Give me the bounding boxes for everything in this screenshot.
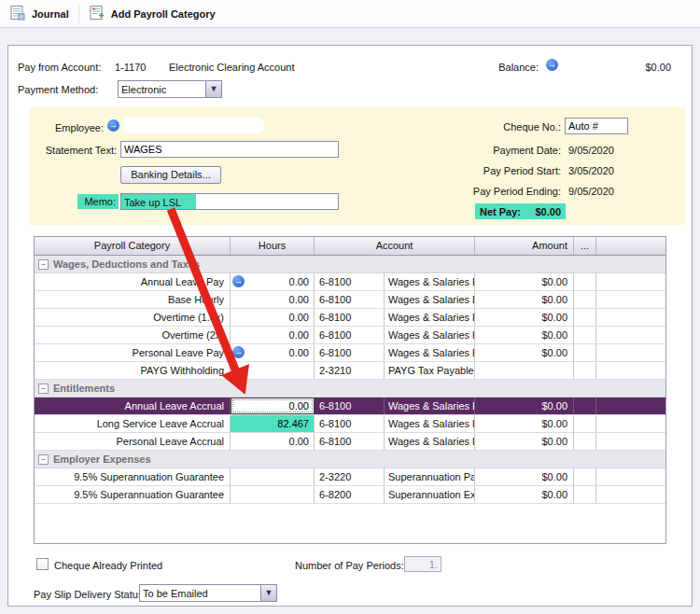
memo-input[interactable]: Take up LSL (120, 193, 339, 210)
account-number-cell: 6-8100 (315, 273, 385, 290)
pay-period-start-label: Pay Period Start: (430, 164, 561, 177)
account-number-cell: 6-8100 (315, 309, 385, 326)
account-name-cell: PAYG Tax Payable (385, 362, 475, 379)
ellipsis-cell (574, 327, 596, 343)
account-number-cell: 6-8100 (315, 344, 385, 361)
amount-cell: $0.00 (475, 433, 574, 450)
net-pay-value: $0.00 (535, 206, 561, 217)
amount-cell: $0.00 (475, 468, 574, 485)
category-cell: Annual Leave Pay→ (35, 273, 231, 290)
zoom-arrow-icon[interactable]: → (232, 275, 245, 287)
table-row[interactable]: Long Service Leave Accrual 82.467 6-8100… (35, 415, 665, 433)
category-cell: PAYG Withholding (35, 362, 231, 379)
table-row-selected[interactable]: Annual Leave Accrual 0.00 6-8100 Wages &… (35, 398, 665, 415)
account-number-cell: 6-8100 (315, 327, 385, 343)
journal-icon (9, 5, 26, 23)
add-payroll-category-tab[interactable]: Add Payroll Category (89, 5, 216, 23)
cheque-no-input[interactable] (565, 118, 628, 134)
table-row[interactable]: Overtime (1.5x) 0.00 6-8100 Wages & Sala… (35, 309, 665, 327)
chevron-down-icon[interactable]: ▼ (260, 585, 276, 601)
ellipsis-cell (574, 415, 596, 432)
number-of-pay-periods-input[interactable] (404, 556, 441, 572)
payroll-category-table: Payroll Category Hours Account Amount ..… (34, 236, 666, 544)
account-number-cell: 2-3210 (315, 362, 385, 379)
collapse-icon[interactable]: − (38, 259, 49, 270)
section-header-entitlements: − Entitlements (35, 380, 665, 398)
cheque-already-printed-label: Cheque Already Printed (54, 559, 162, 572)
collapse-icon[interactable]: − (38, 384, 49, 394)
employee-zoom-arrow-icon[interactable]: → (107, 119, 119, 132)
hours-cell (231, 362, 315, 379)
amount-cell: $0.00 (475, 327, 574, 343)
journal-tab[interactable]: Journal (9, 5, 69, 23)
ellipsis-cell (574, 362, 596, 379)
journal-label: Journal (32, 8, 69, 20)
ellipsis-cell (574, 486, 596, 503)
header-payroll-category: Payroll Category (35, 237, 231, 255)
balance-zoom-arrow-icon[interactable]: → (546, 59, 558, 71)
ellipsis-cell (574, 398, 596, 414)
pay-slip-delivery-status-select[interactable]: To be Emailed ▼ (139, 584, 277, 602)
filler-cell (596, 327, 665, 343)
category-cell: Overtime (1.5x) (35, 309, 231, 326)
category-cell: Long Service Leave Accrual (35, 415, 231, 432)
category-cell: 9.5% Superannuation Guarantee (35, 468, 231, 485)
ellipsis-cell (574, 344, 596, 361)
account-name-cell: Wages & Salaries Ex (385, 327, 475, 343)
filler-cell (596, 398, 665, 414)
balance-label: Balance: (492, 61, 539, 74)
filler-cell (596, 468, 665, 485)
balance-value: $0.00 (596, 61, 671, 74)
zoom-arrow-icon[interactable]: → (232, 346, 245, 358)
category-cell: Personal Leave Pay→ (35, 344, 231, 361)
table-row[interactable]: Annual Leave Pay→ 0.00 6-8100 Wages & Sa… (35, 273, 665, 291)
collapse-icon[interactable]: − (38, 454, 49, 465)
account-name-cell: Wages & Salaries Ex (385, 398, 475, 414)
memo-value: Take up LSL (121, 194, 196, 209)
filler-cell (596, 486, 665, 503)
payment-method-select[interactable]: Electronic ▼ (118, 80, 222, 98)
ellipsis-cell (574, 273, 596, 290)
pay-from-account-name: Electronic Clearing Account (169, 61, 295, 74)
amount-cell: $0.00 (475, 273, 574, 290)
table-row[interactable]: PAYG Withholding 2-3210 PAYG Tax Payable (35, 362, 665, 380)
amount-cell: $0.00 (475, 415, 574, 432)
ellipsis-cell (574, 468, 596, 485)
payment-method-label: Payment Method: (18, 83, 98, 96)
hours-cell (231, 486, 315, 503)
pay-period-ending-value: 9/05/2020 (568, 185, 614, 198)
pay-employee-panel: Pay from Account: 1-1170 Electronic Clea… (7, 45, 693, 607)
employee-name-field[interactable] (122, 118, 264, 133)
statement-text-input[interactable] (120, 141, 339, 158)
pay-slip-delivery-status-value: To be Emailed (140, 585, 260, 601)
table-row[interactable]: Overtime (2x) 0.00 6-8100 Wages & Salari… (35, 327, 665, 344)
memo-label: Memo: (77, 194, 119, 209)
net-pay-label: Net Pay: (480, 206, 521, 217)
add-payroll-category-label: Add Payroll Category (111, 8, 216, 20)
account-number-cell: 6-8100 (315, 433, 385, 450)
table-row[interactable]: Personal Leave Pay→ 0.00 6-8100 Wages & … (35, 344, 665, 362)
chevron-down-icon[interactable]: ▼ (205, 81, 221, 97)
banking-details-button[interactable]: Banking Details... (120, 166, 221, 184)
employee-details-panel: Employee: → Statement Text: Banking Deta… (29, 107, 685, 225)
account-number-cell: 2-3220 (315, 468, 385, 485)
section-header-wages: − Wages, Deductions and Taxes (35, 256, 665, 273)
header-hours: Hours (231, 237, 315, 255)
hours-edit-cell[interactable]: 0.00 (231, 398, 315, 414)
account-name-cell: Wages & Salaries Ex (385, 433, 475, 450)
category-cell: Overtime (2x) (35, 327, 231, 343)
hours-cell: 0.00 (231, 309, 315, 326)
header-filler (596, 237, 665, 255)
hours-cell: 0.00 (231, 291, 315, 308)
payment-date-value: 9/05/2020 (568, 144, 614, 157)
table-row[interactable]: Personal Leave Accrual 0.00 6-8100 Wages… (35, 433, 665, 451)
hours-cell-highlighted[interactable]: 82.467 (231, 415, 315, 432)
table-row[interactable]: 9.5% Superannuation Guarantee 6-8200 Sup… (35, 486, 665, 504)
cheque-no-label: Cheque No.: (430, 120, 561, 133)
table-row[interactable]: Base Hourly 0.00 6-8100 Wages & Salaries… (35, 291, 665, 309)
account-number-cell: 6-8100 (315, 398, 385, 414)
account-name-cell: Wages & Salaries Ex (385, 291, 475, 308)
account-name-cell: Wages & Salaries Ex (385, 415, 475, 432)
table-row[interactable]: 9.5% Superannuation Guarantee 2-3220 Sup… (35, 468, 665, 486)
cheque-already-printed-checkbox[interactable] (36, 558, 49, 570)
